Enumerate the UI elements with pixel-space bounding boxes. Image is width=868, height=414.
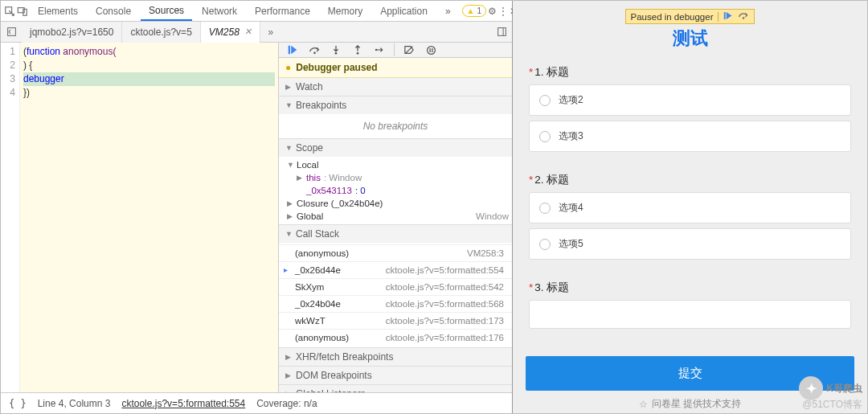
question-3: *3. 标题 xyxy=(529,281,851,334)
code-editor: 1234 (function anonymous( ) { debugger }… xyxy=(1,43,279,392)
cursor-position: Line 4, Column 3 xyxy=(38,398,111,409)
section-xhr[interactable]: ▶XHR/fetch Breakpoints xyxy=(279,348,512,366)
section-callstack[interactable]: ▼Call Stack xyxy=(279,225,512,243)
svg-rect-15 xyxy=(724,12,726,19)
devtools-main-tabs: Elements Console Sources Network Perform… xyxy=(1,1,512,22)
debugger-toolbar xyxy=(279,43,512,58)
stack-frame[interactable]: _0x24b04ecktoole.js?v=5:formatted:568 xyxy=(279,295,512,312)
star-icon: ☆ xyxy=(639,399,648,410)
svg-point-9 xyxy=(357,51,359,54)
scope-local[interactable]: ▼Local xyxy=(279,158,512,171)
stack-loc: cktoole.js?v=5:formatted:568 xyxy=(386,299,504,309)
file-tabs-overflow[interactable]: » xyxy=(260,22,281,43)
brackets-icon[interactable]: { } xyxy=(9,398,27,409)
stack-fn: wkWzT xyxy=(295,316,326,326)
scope-this[interactable]: ▶this: Window xyxy=(279,171,512,184)
close-file-icon[interactable]: ✕ xyxy=(244,27,252,37)
tab-console[interactable]: Console xyxy=(88,2,139,21)
current-frame-icon: ▸ xyxy=(284,265,288,274)
stack-frame[interactable]: SkXymcktoole.js?v=5:formatted:542 xyxy=(279,278,512,295)
no-breakpoints: No breakpoints xyxy=(279,116,512,137)
tab-network[interactable]: Network xyxy=(194,2,245,21)
overlay-step-icon[interactable] xyxy=(738,11,749,22)
scope-global[interactable]: ▶GlobalWindow xyxy=(279,210,512,223)
svg-rect-14 xyxy=(432,48,432,52)
step-into-icon[interactable] xyxy=(329,43,343,57)
step-icon[interactable] xyxy=(372,43,387,57)
file-tab-1[interactable]: jqmobo2.js?v=1650 xyxy=(22,22,122,43)
q2-title: 2. 标题 xyxy=(534,174,569,186)
inspect-icon[interactable] xyxy=(4,2,15,20)
section-scope[interactable]: ▼Scope xyxy=(279,139,512,157)
stack-loc: cktoole.js?v=5:formatted:554 xyxy=(386,265,504,275)
deactivate-breakpoints-icon[interactable] xyxy=(402,43,416,57)
devtools-footer: { } Line 4, Column 3 cktoole.js?v=5:form… xyxy=(1,392,512,413)
option-2[interactable]: 选项2 xyxy=(529,84,851,116)
q3-input[interactable] xyxy=(529,300,851,329)
sidebar-toggle-icon[interactable] xyxy=(491,22,512,43)
info-icon: ● xyxy=(285,62,291,73)
file-tab-3-label: VM258 xyxy=(209,27,240,38)
kebab-menu-icon[interactable]: ⋮ xyxy=(498,2,508,20)
radio-icon xyxy=(539,203,551,214)
tab-sources[interactable]: Sources xyxy=(141,1,192,21)
tab-elements[interactable]: Elements xyxy=(30,2,86,21)
section-global-listeners[interactable]: ▶Global Listeners xyxy=(279,385,512,392)
tabs-overflow[interactable]: » xyxy=(437,2,459,21)
radio-icon xyxy=(539,95,551,106)
warnings-count: 1 xyxy=(477,6,481,15)
pause-on-exceptions-icon[interactable] xyxy=(424,43,438,57)
stack-fn: (anonymous) xyxy=(295,333,349,342)
svg-rect-6 xyxy=(289,46,290,55)
scope-closure[interactable]: ▶Closure (_0x24b04e) xyxy=(279,197,512,210)
debugger-sidebar: ●Debugger paused ▶Watch ▼Breakpoints No … xyxy=(279,43,512,392)
wechat-watermark: ✦K哥爬虫 xyxy=(799,376,862,400)
line-gutter: 1234 xyxy=(1,43,20,392)
option-4[interactable]: 选项4 xyxy=(529,192,851,223)
stack-frame[interactable]: (anonymous)cktoole.js?v=5:formatted:176 xyxy=(279,329,512,346)
step-out-icon[interactable] xyxy=(350,43,365,57)
code-content[interactable]: (function anonymous( ) { debugger }) xyxy=(20,43,278,392)
resume-icon[interactable] xyxy=(285,43,300,57)
warnings-pill[interactable]: ▲1 xyxy=(462,5,486,17)
tab-memory[interactable]: Memory xyxy=(320,2,371,21)
file-tab-2[interactable]: cktoole.js?v=5 xyxy=(122,22,200,43)
file-tabs: jqmobo2.js?v=1650 cktoole.js?v=5 VM258✕ … xyxy=(1,22,512,43)
option-5[interactable]: 选项5 xyxy=(529,228,851,260)
step-over-icon[interactable] xyxy=(307,43,321,57)
tab-performance[interactable]: Performance xyxy=(247,2,318,21)
svg-rect-4 xyxy=(497,28,506,36)
svg-point-12 xyxy=(427,46,435,54)
option-3[interactable]: 选项3 xyxy=(529,121,851,152)
tab-application[interactable]: Application xyxy=(372,2,436,21)
blog-watermark: @51CTO博客 xyxy=(802,398,862,412)
section-watch[interactable]: ▶Watch xyxy=(279,78,512,96)
scope-var[interactable]: _0x543113: 0 xyxy=(279,184,512,197)
svg-point-16 xyxy=(743,17,744,18)
stack-frame[interactable]: (anonymous)VM258:3 xyxy=(279,244,512,261)
page-pane-icon[interactable] xyxy=(1,22,22,43)
device-toggle-icon[interactable] xyxy=(17,2,28,20)
stack-loc: VM258:3 xyxy=(467,248,504,258)
section-dom[interactable]: ▶DOM Breakpoints xyxy=(279,367,512,384)
svg-point-7 xyxy=(313,51,316,54)
stack-loc: cktoole.js?v=5:formatted:542 xyxy=(386,282,504,292)
stack-loc: cktoole.js?v=5:formatted:176 xyxy=(386,333,504,342)
q3-title: 3. 标题 xyxy=(534,281,569,293)
question-1: *1. 标题 选项2 选项3 xyxy=(529,65,851,157)
stack-fn: SkXym xyxy=(295,282,324,292)
radio-icon xyxy=(539,239,551,250)
q1-title: 1. 标题 xyxy=(534,66,569,78)
stack-frame[interactable]: wkWzTcktoole.js?v=5:formatted:173 xyxy=(279,312,512,329)
file-tab-3[interactable]: VM258✕ xyxy=(201,22,260,43)
overlay-resume-icon[interactable] xyxy=(723,11,733,22)
section-breakpoints[interactable]: ▼Breakpoints xyxy=(279,96,512,114)
stack-frame[interactable]: ▸_0x26d44ecktoole.js?v=5:formatted:554 xyxy=(279,261,512,278)
devtools: Elements Console Sources Network Perform… xyxy=(1,1,513,413)
paused-overlay: Paused in debugger xyxy=(625,9,755,24)
settings-icon[interactable]: ⚙ xyxy=(488,2,497,20)
svg-point-8 xyxy=(335,51,338,54)
footer-link[interactable]: cktoole.js?v=5:formatted:554 xyxy=(121,398,245,409)
stack-fn: _0x26d44e xyxy=(295,265,341,275)
stack-loc: cktoole.js?v=5:formatted:173 xyxy=(386,316,504,326)
